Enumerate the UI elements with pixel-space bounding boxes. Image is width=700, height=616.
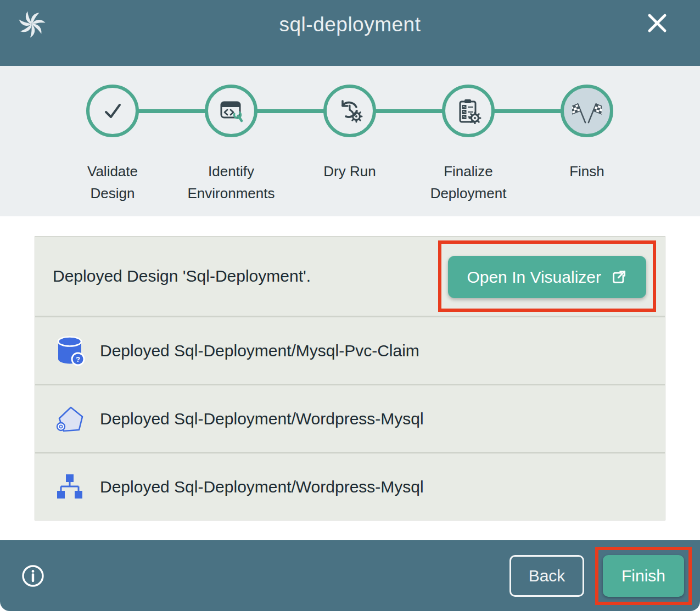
deployment-wizard-modal: sql-deployment Validate Design (0, 0, 700, 611)
step-label: Validate Design (69, 160, 156, 204)
back-button[interactable]: Back (509, 555, 584, 597)
finish-button[interactable]: Finish (603, 555, 684, 597)
code-tools-icon (218, 98, 244, 124)
checklist-gear-icon (455, 98, 481, 124)
deployed-resource-row: ? Deployed Sql-Deployment/Mysql-Pvc-Clai… (35, 317, 665, 384)
deployed-resource-text: Deployed Sql-Deployment/Wordpress-Mysql (100, 410, 424, 428)
info-icon (21, 564, 45, 588)
highlight-box-visualizer: Open In Visualizer (438, 240, 656, 312)
deployed-design-text: Deployed Design 'Sql-Deployment'. (53, 267, 311, 285)
step-label: Identify Environments (187, 160, 275, 204)
modal-footer: Back Finish (0, 540, 700, 611)
deployed-resource-text: Deployed Sql-Deployment/Wordpress-Mysql (100, 478, 424, 496)
step-circle-finalize-deployment[interactable] (442, 85, 495, 137)
hierarchy-icon (54, 471, 86, 503)
checkmark-icon (99, 98, 126, 124)
step-circle-identify-environments[interactable] (205, 85, 257, 137)
close-button[interactable] (646, 12, 668, 34)
step-finish: Finsh (528, 85, 646, 204)
step-label: Dry Run (306, 160, 394, 182)
modal-title: sql-deployment (0, 13, 700, 36)
step-finalize-deployment: Finalize Deployment (409, 85, 528, 204)
deployed-resource-text: Deployed Sql-Deployment/Mysql-Pvc-Claim (100, 341, 419, 360)
deployed-resource-row: Deployed Sql-Deployment/Wordpress-Mysql (35, 385, 665, 452)
pentagon-icon (54, 403, 86, 435)
step-identify-environments: Identify Environments (172, 85, 290, 204)
modal-header: sql-deployment (0, 0, 700, 66)
step-circle-validate-design[interactable] (86, 85, 139, 137)
step-dry-run: Dry Run (290, 85, 409, 204)
wizard-stepper: Validate Design Identify Environments (0, 66, 700, 216)
checkered-flags-icon (572, 96, 602, 126)
dry-run-sync-icon (337, 98, 363, 124)
external-link-icon (610, 268, 628, 286)
step-label: Finalize Deployment (424, 160, 512, 204)
step-validate-design: Validate Design (53, 85, 172, 204)
database-icon: ? (54, 335, 86, 367)
open-in-visualizer-label: Open In Visualizer (467, 268, 601, 287)
close-icon (646, 12, 668, 34)
info-button[interactable] (21, 564, 45, 588)
open-in-visualizer-button[interactable]: Open In Visualizer (448, 256, 646, 298)
step-circle-finish[interactable] (561, 85, 613, 137)
highlight-box-finish: Finish (595, 547, 692, 605)
deployment-results: Deployed Design 'Sql-Deployment'. Open I… (0, 216, 700, 520)
step-circle-dry-run[interactable] (323, 85, 376, 137)
svg-text:?: ? (76, 355, 80, 363)
deployed-design-row: Deployed Design 'Sql-Deployment'. Open I… (35, 237, 665, 316)
step-label: Finsh (543, 160, 631, 182)
deployed-resource-row: Deployed Sql-Deployment/Wordpress-Mysql (35, 453, 665, 520)
